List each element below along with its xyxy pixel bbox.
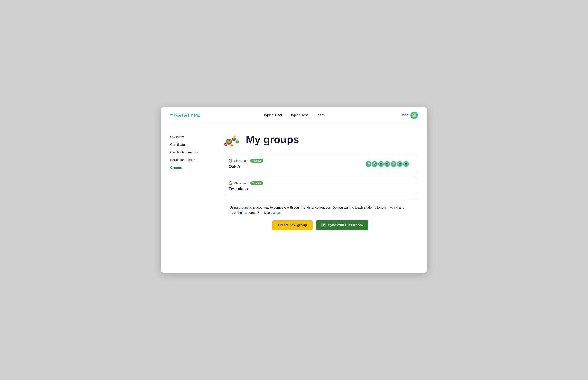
info-box: Using groups is a good way to compete wi… xyxy=(223,199,418,236)
sidebar-item-education-results[interactable]: Education results xyxy=(170,156,215,164)
card-source-1: Classroom Teacher xyxy=(229,159,263,163)
group-members-1: 😊 😊 😊 😊 😊 😊 😊 7 xyxy=(366,161,412,167)
svg-point-9 xyxy=(234,138,235,139)
member-count-1: 7 xyxy=(410,162,412,166)
user-area: John 😊 xyxy=(401,112,418,119)
member-avatars-1: 😊 😊 😊 😊 😊 😊 😊 xyxy=(366,161,409,167)
sidebar-item-certification-results[interactable]: Certification results xyxy=(170,149,215,156)
main-content: Overview Certificates Certification resu… xyxy=(160,123,428,244)
member-avatar: 😊 xyxy=(391,161,396,167)
svg-point-18 xyxy=(226,143,227,144)
group-card-2[interactable]: Classroom Teacher Test class xyxy=(223,177,418,196)
svg-point-11 xyxy=(236,139,239,142)
member-avatar: 😊 xyxy=(366,161,371,167)
nav-learn[interactable]: Learn xyxy=(316,113,325,117)
svg-point-3 xyxy=(227,139,231,143)
svg-point-13 xyxy=(237,140,238,141)
page-title: My groups xyxy=(246,134,299,145)
member-avatar: 😊 xyxy=(384,161,390,167)
svg-point-16 xyxy=(225,143,227,145)
avatar[interactable]: 😊 xyxy=(411,112,418,119)
svg-text:?: ? xyxy=(236,134,238,137)
member-avatar: 😊 xyxy=(403,161,409,167)
svg-point-20 xyxy=(231,143,233,145)
classes-link[interactable]: classes xyxy=(271,211,281,214)
svg-text:✦: ✦ xyxy=(225,136,227,139)
sidebar-item-groups[interactable]: Groups xyxy=(170,164,215,171)
nav-links: Typing Tutor Typing Test Learn xyxy=(263,113,325,117)
page-header: ? ✦ My groups xyxy=(223,132,418,148)
svg-point-5 xyxy=(229,140,230,141)
info-text: Using groups is a good way to compete wi… xyxy=(230,205,411,215)
svg-point-17 xyxy=(225,143,226,144)
classroom-label-2: Classroom xyxy=(234,182,249,185)
browser-window: RATATYPE Typing Tutor Typing Test Learn … xyxy=(160,107,428,273)
sync-with-classroom-button[interactable]: Sync with Classroom xyxy=(316,220,368,230)
svg-point-21 xyxy=(231,144,232,144)
sidebar: Overview Certificates Certification resu… xyxy=(170,132,215,236)
google-icon xyxy=(229,159,232,163)
teacher-badge-1: Teacher xyxy=(250,159,263,163)
sync-icon xyxy=(321,223,326,228)
action-buttons: Create new group Sy xyxy=(230,220,411,230)
group-name-2: Test class xyxy=(229,187,263,191)
member-avatar: 😊 xyxy=(372,161,377,167)
nav-typing-test[interactable]: Typing Test xyxy=(290,113,308,117)
top-nav: RATATYPE Typing Tutor Typing Test Learn … xyxy=(160,107,428,123)
page-content: ? ✦ My groups xyxy=(223,132,418,236)
member-avatar: 😊 xyxy=(397,161,403,167)
svg-point-12 xyxy=(236,140,237,141)
user-name: John xyxy=(401,113,409,117)
group-card-1[interactable]: Classroom Teacher Oak A 😊 😊 😊 😊 😊 😊 😊 xyxy=(223,154,418,173)
sidebar-item-overview[interactable]: Overview xyxy=(170,133,215,141)
svg-point-8 xyxy=(233,138,234,139)
create-new-group-button[interactable]: Create new group xyxy=(272,220,313,230)
logo[interactable]: RATATYPE xyxy=(170,113,201,118)
card-source-2: Classroom Teacher xyxy=(229,181,263,185)
svg-point-22 xyxy=(232,144,232,144)
teacher-badge-2: Teacher xyxy=(250,181,263,185)
sidebar-item-certificates[interactable]: Certificates xyxy=(170,141,215,149)
classroom-label-1: Classroom xyxy=(234,159,249,163)
header-illustration: ? ✦ xyxy=(223,132,241,148)
svg-point-4 xyxy=(228,140,229,141)
groups-link[interactable]: groups xyxy=(239,206,249,209)
svg-rect-30 xyxy=(324,226,325,226)
google-icon-2 xyxy=(229,181,232,185)
nav-typing-tutor[interactable]: Typing Tutor xyxy=(263,113,282,117)
svg-rect-27 xyxy=(322,225,324,226)
svg-rect-25 xyxy=(322,224,324,225)
svg-rect-26 xyxy=(324,224,325,225)
sync-label: Sync with Classroom xyxy=(328,223,363,227)
group-name-1: Oak A xyxy=(229,164,263,169)
member-avatar: 😊 xyxy=(378,161,384,167)
